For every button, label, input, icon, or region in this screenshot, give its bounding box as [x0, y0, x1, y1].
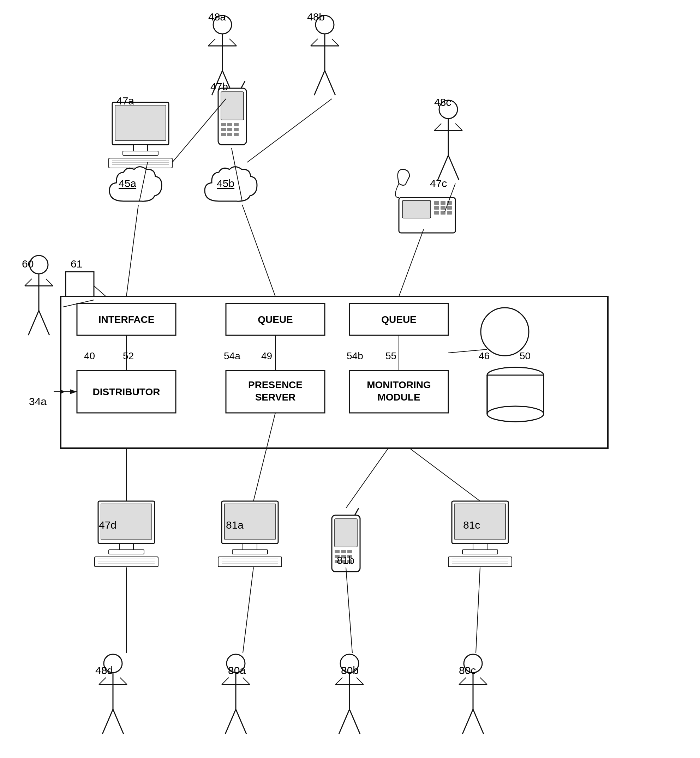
svg-line-3	[212, 70, 222, 95]
label-81b: 81b	[337, 554, 355, 566]
svg-rect-74	[227, 133, 232, 136]
svg-line-134	[242, 205, 275, 296]
svg-point-7	[316, 16, 334, 34]
svg-rect-59	[123, 151, 158, 155]
svg-line-47	[335, 677, 342, 685]
distributor-label: DISTRIBUTOR	[93, 387, 160, 397]
monitoring-label-line1: MONITORING	[367, 379, 431, 390]
cloud-45a	[109, 167, 162, 201]
svg-line-132	[231, 148, 242, 201]
svg-rect-101	[222, 501, 278, 543]
svg-line-25	[39, 310, 49, 335]
device-47a	[109, 102, 172, 168]
svg-line-41	[243, 677, 250, 685]
svg-rect-58	[133, 145, 148, 151]
svg-line-65	[241, 81, 245, 88]
svg-rect-75	[234, 133, 239, 136]
device-61	[66, 272, 94, 300]
queue-a-label: QUEUE	[258, 314, 293, 325]
svg-rect-87	[66, 272, 94, 300]
distributor-box	[77, 371, 176, 413]
svg-line-19	[434, 123, 441, 131]
label-50: 50	[520, 351, 531, 361]
device-47b	[218, 81, 246, 145]
svg-rect-96	[109, 550, 144, 554]
person-80a	[222, 654, 250, 734]
label-48c: 48c	[434, 96, 451, 108]
svg-rect-76	[399, 198, 455, 233]
svg-rect-104	[232, 550, 267, 554]
svg-rect-70	[221, 128, 226, 131]
label-80c: 80c	[459, 664, 476, 676]
svg-rect-60	[109, 158, 172, 168]
svg-rect-105	[218, 557, 282, 567]
system-box	[61, 296, 608, 448]
svg-line-45	[339, 709, 350, 734]
svg-line-131	[139, 162, 148, 201]
svg-rect-109	[332, 515, 360, 572]
svg-rect-124	[462, 550, 498, 554]
svg-rect-115	[334, 555, 340, 558]
device-47c	[395, 169, 455, 233]
svg-line-11	[325, 70, 335, 95]
svg-line-6	[230, 39, 236, 46]
svg-rect-111	[334, 519, 357, 547]
person-48b	[311, 16, 339, 95]
database-cylinder	[487, 367, 544, 422]
svg-rect-79	[441, 201, 445, 205]
svg-rect-123	[473, 543, 487, 550]
presence-server-label-line2: SERVER	[255, 392, 296, 402]
presence-server-label-line1: PRESENCE	[248, 379, 303, 390]
monitoring-box	[350, 371, 448, 413]
svg-rect-86	[447, 211, 452, 215]
label-45b: 45b	[217, 178, 234, 189]
svg-rect-118	[334, 560, 340, 563]
svg-rect-71	[227, 128, 232, 131]
svg-line-33	[99, 677, 106, 685]
svg-line-39	[236, 709, 246, 734]
person-48c	[434, 100, 462, 180]
person-60	[25, 256, 53, 335]
svg-rect-113	[341, 550, 346, 553]
svg-line-148	[243, 568, 253, 653]
svg-rect-97	[95, 557, 158, 567]
svg-rect-103	[243, 543, 257, 550]
label-54b: 54b	[347, 351, 363, 361]
queue-box-a	[226, 304, 325, 335]
device-81a	[218, 501, 282, 567]
svg-line-133	[127, 205, 138, 296]
svg-line-26	[25, 279, 32, 286]
label-52: 52	[123, 351, 134, 361]
svg-rect-93	[98, 501, 155, 543]
svg-rect-112	[334, 550, 340, 553]
svg-point-28	[104, 654, 122, 672]
queue-b-label: QUEUE	[381, 314, 417, 325]
svg-line-129	[172, 99, 226, 162]
svg-line-34	[120, 677, 127, 685]
svg-line-144	[253, 413, 275, 501]
svg-line-110	[355, 508, 359, 515]
svg-line-136	[399, 229, 423, 296]
svg-line-138	[94, 286, 106, 296]
device-47d	[95, 501, 158, 567]
svg-line-137	[63, 300, 94, 307]
svg-line-24	[28, 310, 39, 335]
svg-point-42	[340, 654, 359, 672]
svg-line-48	[356, 677, 364, 685]
label-54a: 54a	[224, 351, 241, 361]
svg-line-17	[438, 155, 448, 180]
svg-line-32	[113, 709, 123, 734]
label-40: 40	[84, 351, 95, 361]
person-80b	[335, 654, 364, 734]
svg-marker-153	[61, 390, 65, 394]
svg-rect-102	[225, 504, 275, 539]
svg-line-13	[332, 39, 339, 46]
device-81c	[448, 501, 512, 567]
label-61: 61	[70, 258, 82, 270]
svg-line-18	[448, 155, 459, 180]
svg-rect-77	[402, 200, 431, 218]
label-47b: 47b	[210, 81, 228, 92]
svg-line-27	[46, 279, 53, 286]
svg-rect-72	[234, 128, 239, 131]
svg-rect-119	[341, 560, 346, 563]
